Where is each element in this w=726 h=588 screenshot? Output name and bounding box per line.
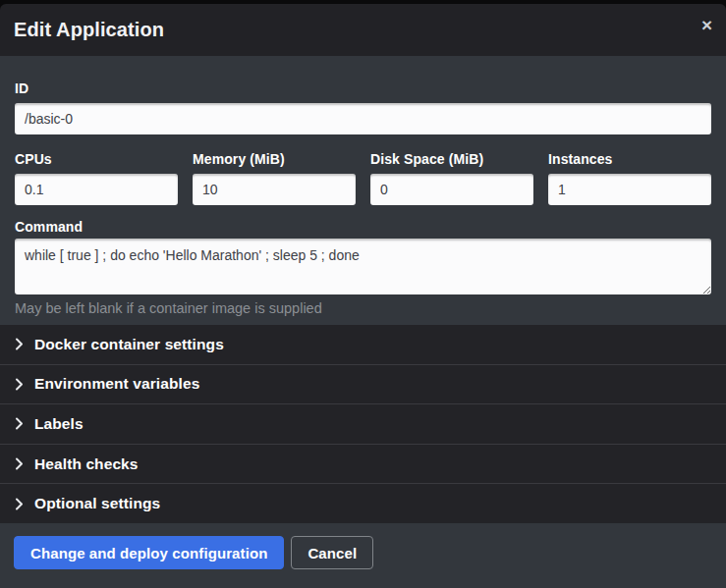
section-docker-container-settings[interactable]: Docker container settings	[0, 325, 726, 365]
modal-title: Edit Application	[14, 19, 164, 41]
cancel-button[interactable]: Cancel	[291, 536, 373, 569]
disk-space-input[interactable]	[370, 174, 533, 205]
id-input[interactable]	[15, 103, 711, 134]
section-label: Labels	[34, 415, 84, 433]
cpus-label: CPUs	[15, 151, 178, 167]
chevron-right-icon	[15, 338, 24, 350]
chevron-right-icon	[15, 378, 24, 391]
chevron-right-icon	[15, 417, 24, 430]
edit-application-modal: Edit Application × ID CPUs Memory (MiB) …	[0, 4, 726, 588]
id-field-group: ID	[15, 80, 711, 134]
command-help-text: May be left blank if a container image i…	[15, 300, 711, 316]
command-field-group: Command while [ true ] ; do echo 'Hello …	[15, 219, 711, 316]
cpus-input[interactable]	[15, 174, 178, 205]
modal-footer: Change and deploy configuration Cancel	[0, 523, 726, 588]
section-label: Environment variables	[34, 375, 199, 393]
command-textarea[interactable]: while [ true ] ; do echo 'Hello Marathon…	[15, 239, 711, 294]
edit-application-form: ID CPUs Memory (MiB) Disk Space (MiB) In…	[0, 56, 726, 325]
section-labels[interactable]: Labels	[0, 404, 726, 445]
chevron-right-icon	[15, 457, 24, 470]
change-and-deploy-button[interactable]: Change and deploy configuration	[14, 536, 284, 569]
instances-label: Instances	[548, 151, 711, 167]
disk-space-field-group: Disk Space (MiB)	[370, 151, 533, 205]
disk-space-label: Disk Space (MiB)	[370, 151, 533, 167]
collapsible-sections: Docker container settings Environment va…	[0, 325, 726, 523]
resources-row: CPUs Memory (MiB) Disk Space (MiB) Insta…	[15, 151, 711, 205]
id-label: ID	[15, 80, 711, 96]
chevron-right-icon	[15, 498, 24, 510]
section-label: Docker container settings	[34, 336, 224, 353]
section-label: Optional settings	[34, 495, 160, 512]
instances-input[interactable]	[548, 174, 711, 205]
memory-field-group: Memory (MiB)	[193, 151, 356, 205]
command-label: Command	[15, 219, 711, 235]
memory-input[interactable]	[193, 174, 356, 205]
section-environment-variables[interactable]: Environment variables	[0, 365, 726, 405]
section-label: Health checks	[34, 455, 139, 473]
cpus-field-group: CPUs	[15, 151, 178, 205]
memory-label: Memory (MiB)	[193, 151, 356, 167]
section-optional-settings[interactable]: Optional settings	[0, 484, 726, 523]
section-health-checks[interactable]: Health checks	[0, 445, 726, 485]
modal-header: Edit Application ×	[0, 4, 726, 56]
instances-field-group: Instances	[548, 151, 711, 205]
close-icon[interactable]: ×	[698, 14, 716, 36]
